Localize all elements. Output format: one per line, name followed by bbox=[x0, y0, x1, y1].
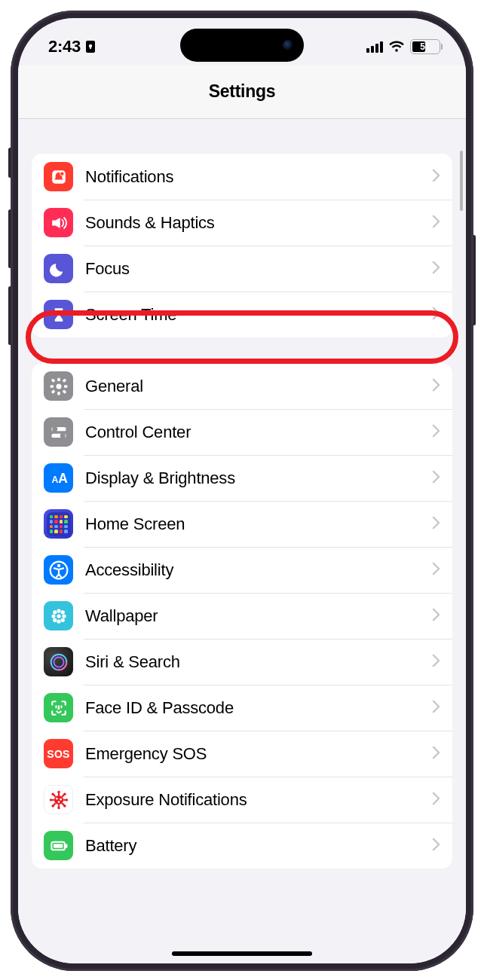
chevron-right-icon bbox=[432, 700, 440, 716]
chevron-right-icon bbox=[432, 169, 440, 185]
row-label: Control Center bbox=[85, 423, 432, 442]
dynamic-island[interactable] bbox=[180, 29, 304, 62]
chevron-right-icon bbox=[432, 424, 440, 441]
speaker-icon bbox=[44, 208, 73, 237]
chevron-right-icon bbox=[432, 608, 440, 624]
faceid-icon bbox=[44, 693, 73, 722]
row-label: Sounds & Haptics bbox=[85, 213, 432, 233]
battery-icon bbox=[44, 831, 73, 860]
row-label: Emergency SOS bbox=[85, 744, 432, 764]
settings-group-device: GeneralControl CenterDisplay & Brightnes… bbox=[32, 363, 452, 869]
sos-icon: SOS bbox=[44, 739, 73, 768]
front-camera-icon bbox=[283, 40, 293, 50]
phone-screen: 2:43 51 Settings NotificationsSounds & H… bbox=[18, 18, 466, 963]
row-label: Screen Time bbox=[85, 305, 432, 325]
settings-row-wallpaper[interactable]: Wallpaper bbox=[32, 593, 452, 639]
grid-icon bbox=[44, 509, 73, 539]
row-label: Wallpaper bbox=[85, 606, 432, 626]
home-indicator[interactable] bbox=[172, 951, 312, 956]
nav-bar: Settings bbox=[18, 65, 466, 119]
row-label: Home Screen bbox=[85, 514, 432, 534]
covid-icon bbox=[44, 785, 73, 814]
settings-row-faceid[interactable]: Face ID & Passcode bbox=[32, 685, 452, 731]
accessibility-icon bbox=[44, 555, 73, 585]
chevron-right-icon bbox=[432, 215, 440, 231]
chevron-right-icon bbox=[432, 378, 440, 395]
page-title: Settings bbox=[209, 81, 275, 102]
settings-row-controlcenter[interactable]: Control Center bbox=[32, 409, 452, 455]
chevron-right-icon bbox=[432, 654, 440, 670]
settings-row-homescreen[interactable]: Home Screen bbox=[32, 501, 452, 547]
row-label: General bbox=[85, 377, 432, 396]
chevron-right-icon bbox=[432, 261, 440, 277]
flower-icon bbox=[44, 601, 73, 630]
row-label: Display & Brightness bbox=[85, 469, 432, 488]
moon-icon bbox=[44, 254, 73, 283]
settings-group-attention: NotificationsSounds & HapticsFocusScreen… bbox=[32, 154, 452, 337]
wifi-icon bbox=[388, 41, 405, 53]
status-time: 2:43 bbox=[48, 37, 96, 56]
chevron-right-icon bbox=[432, 792, 440, 808]
settings-row-display[interactable]: Display & Brightness bbox=[32, 455, 452, 501]
clock-text: 2:43 bbox=[48, 37, 81, 56]
settings-row-general[interactable]: General bbox=[32, 363, 452, 409]
settings-row-screentime[interactable]: Screen Time bbox=[32, 292, 452, 337]
chevron-right-icon bbox=[432, 746, 440, 762]
row-label: Notifications bbox=[85, 167, 432, 187]
switches-icon bbox=[44, 417, 73, 447]
battery-indicator: 51 bbox=[410, 39, 440, 54]
row-label: Accessibility bbox=[85, 560, 432, 580]
chevron-right-icon bbox=[432, 307, 440, 323]
cellular-signal-icon bbox=[366, 41, 383, 53]
phone-frame: 2:43 51 Settings NotificationsSounds & H… bbox=[11, 11, 473, 971]
row-label: Siri & Search bbox=[85, 652, 432, 672]
chevron-right-icon bbox=[432, 470, 440, 487]
settings-content[interactable]: NotificationsSounds & HapticsFocusScreen… bbox=[18, 119, 466, 963]
gear-icon bbox=[44, 371, 73, 401]
row-label: Face ID & Passcode bbox=[85, 698, 432, 718]
svg-point-5 bbox=[54, 657, 63, 667]
battery-percent: 51 bbox=[411, 41, 440, 52]
chevron-right-icon bbox=[432, 838, 440, 854]
settings-row-battery[interactable]: Battery bbox=[32, 823, 452, 869]
row-label: Focus bbox=[85, 259, 432, 279]
textsize-icon bbox=[44, 463, 73, 493]
row-label: Exposure Notifications bbox=[85, 790, 432, 810]
chevron-right-icon bbox=[432, 562, 440, 579]
settings-row-siri[interactable]: Siri & Search bbox=[32, 639, 452, 685]
settings-row-notifications[interactable]: Notifications bbox=[32, 154, 452, 200]
status-indicators: 51 bbox=[366, 39, 440, 54]
settings-row-exposure[interactable]: Exposure Notifications bbox=[32, 777, 452, 823]
settings-row-accessibility[interactable]: Accessibility bbox=[32, 547, 452, 593]
bell-badge-icon bbox=[44, 162, 73, 191]
settings-row-focus[interactable]: Focus bbox=[32, 246, 452, 292]
hourglass-icon bbox=[44, 300, 73, 329]
portrait-lock-icon bbox=[85, 40, 96, 53]
siri-icon bbox=[44, 647, 73, 676]
row-label: Battery bbox=[85, 836, 432, 856]
settings-row-sounds[interactable]: Sounds & Haptics bbox=[32, 200, 452, 246]
chevron-right-icon bbox=[432, 516, 440, 533]
settings-row-sos[interactable]: SOSEmergency SOS bbox=[32, 731, 452, 777]
svg-rect-2 bbox=[90, 46, 91, 49]
